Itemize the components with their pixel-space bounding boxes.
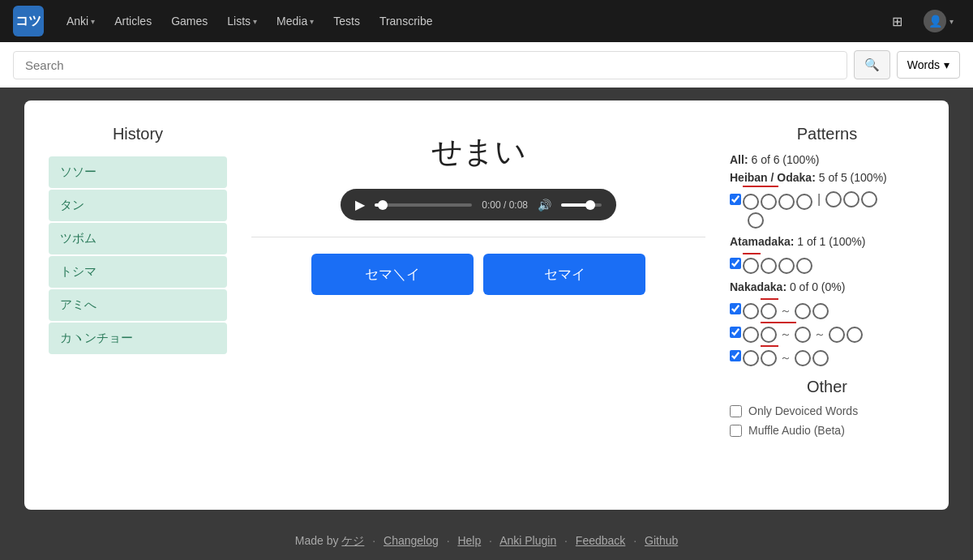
history-item[interactable]: アミへ — [49, 289, 227, 321]
maker-link[interactable]: ケジ — [341, 534, 364, 547]
audio-player: ▶ 0:00 / 0:08 🔊 — [341, 189, 616, 220]
nakadaka-row-3: ～ — [730, 345, 924, 366]
pipe-sep: | — [817, 192, 821, 207]
progress-fill — [375, 203, 383, 207]
content-card: History ソソー タン ツボム トシマ アミへ カヽンチョー せまい ▶ — [24, 100, 949, 510]
nav-anki[interactable]: Anki ▾ — [58, 10, 103, 32]
search-button[interactable]: 🔍 — [854, 50, 890, 79]
github-link[interactable]: Github — [645, 534, 678, 547]
stat-all: All: 6 of 6 (100%) — [730, 153, 924, 166]
pc — [761, 327, 777, 343]
grid-icon-button[interactable]: ⊞ — [885, 11, 909, 32]
nakadaka-bar-2 — [761, 322, 796, 323]
words-dropdown-button[interactable]: Words ▾ — [897, 51, 960, 79]
pc — [796, 194, 812, 210]
nav-media[interactable]: Media ▾ — [268, 10, 322, 32]
nav-articles[interactable]: Articles — [106, 10, 160, 32]
devoiced-checkbox[interactable] — [730, 405, 742, 417]
changelog-link[interactable]: Changelog — [384, 534, 439, 547]
words-dropdown-arrow: ▾ — [944, 58, 949, 71]
pc — [748, 212, 764, 229]
pc — [761, 303, 777, 319]
other-option-2: Muffle Audio (Beta) — [730, 424, 924, 437]
atamadaka-check[interactable] — [730, 258, 741, 269]
muffle-checkbox[interactable] — [730, 425, 742, 437]
pattern-buttons: セマ＼イ セマイ — [251, 254, 705, 295]
made-by-text: Made by — [295, 534, 339, 547]
anki-dropdown-arrow: ▾ — [91, 17, 95, 26]
nakadaka-check-3[interactable] — [730, 350, 741, 361]
center-panel: せまい ▶ 0:00 / 0:08 🔊 — [243, 125, 714, 485]
other-option-1: Only Devoiced Words — [730, 404, 924, 417]
main-content: History ソソー タン ツボム トシマ アミへ カヽンチョー せまい ▶ — [0, 88, 973, 523]
atamadaka-bar — [743, 253, 761, 254]
other-title: Other — [730, 378, 924, 396]
time-display: 0:00 / 0:08 — [482, 199, 528, 211]
user-menu-button[interactable]: 👤 ▾ — [917, 6, 960, 36]
heiban-check-1[interactable] — [730, 194, 741, 205]
pc — [761, 350, 777, 366]
nav-transcribe[interactable]: Transcribe — [371, 10, 441, 32]
nakadaka-bar-3 — [761, 345, 778, 347]
history-panel: History ソソー タン ツボム トシマ アミへ カヽンチョー — [49, 125, 227, 485]
pc — [825, 191, 842, 207]
pattern-button-2[interactable]: セマイ — [483, 254, 645, 295]
pc — [761, 258, 777, 274]
footer: Made by ケジ · Changelog · Help · Anki Plu… — [0, 523, 973, 560]
history-item[interactable]: トシマ — [49, 256, 227, 288]
play-button[interactable]: ▶ — [355, 197, 365, 212]
nav-lists[interactable]: Lists ▾ — [219, 10, 265, 32]
history-item[interactable]: ソソー — [49, 156, 227, 188]
pc — [812, 303, 829, 319]
pc — [861, 191, 877, 207]
search-bar: 🔍 Words ▾ — [0, 42, 973, 88]
heiban-row-1: | — [730, 189, 924, 210]
pc — [778, 258, 795, 274]
search-icon: 🔍 — [864, 58, 880, 72]
pattern-button-1[interactable]: セマ＼イ — [311, 254, 474, 295]
history-item[interactable]: タン — [49, 190, 227, 221]
history-item[interactable]: カヽンチョー — [49, 323, 227, 354]
tilde: ～ — [780, 304, 791, 318]
progress-bar[interactable] — [375, 203, 472, 207]
stat-nakadaka: Nakadaka: 0 of 0 (0%) — [730, 280, 924, 293]
heiban-bar-1 — [743, 186, 778, 187]
logo[interactable]: コツ — [13, 6, 44, 36]
pc — [743, 303, 759, 319]
anki-plugin-link[interactable]: Anki Plugin — [499, 534, 556, 547]
help-link[interactable]: Help — [457, 534, 481, 547]
history-list: ソソー タン ツボム トシマ アミへ カヽンチョー — [49, 156, 227, 354]
feedback-link[interactable]: Feedback — [576, 534, 625, 547]
navbar-right: ⊞ 👤 ▾ — [885, 6, 960, 36]
history-title: History — [49, 125, 227, 143]
pc — [778, 194, 795, 210]
nakadaka-check-2[interactable] — [730, 327, 741, 338]
nakadaka-row-1: ～ — [730, 298, 924, 319]
user-dropdown-arrow: ▾ — [949, 17, 954, 26]
pc — [795, 350, 811, 366]
history-item[interactable]: ツボム — [49, 223, 227, 254]
patterns-title: Patterns — [730, 125, 924, 143]
user-avatar: 👤 — [924, 10, 946, 32]
pc — [843, 191, 859, 207]
nav-games[interactable]: Games — [163, 10, 216, 32]
nakadaka-check-1[interactable] — [730, 303, 741, 314]
search-input[interactable] — [13, 51, 847, 79]
nav-tests[interactable]: Tests — [325, 10, 368, 32]
nakadaka-row-2: ～ ～ — [730, 322, 924, 343]
tilde: ～ — [780, 351, 791, 365]
tilde: ～ — [814, 327, 825, 342]
nav-links: Anki ▾ Articles Games Lists ▾ Media ▾ Te… — [58, 10, 871, 32]
pc — [795, 327, 811, 343]
media-dropdown-arrow: ▾ — [310, 17, 314, 26]
heiban-row-2 — [730, 212, 924, 229]
pc — [795, 303, 811, 319]
patterns-panel: Patterns All: 6 of 6 (100%) Heiban / Oda… — [730, 125, 924, 485]
volume-bar[interactable] — [561, 203, 602, 207]
pc — [829, 327, 845, 343]
lists-dropdown-arrow: ▾ — [253, 17, 257, 26]
heiban-pattern-1 — [743, 189, 812, 210]
tilde: ～ — [780, 327, 791, 342]
atamadaka-row — [730, 253, 924, 274]
pc — [847, 327, 863, 343]
